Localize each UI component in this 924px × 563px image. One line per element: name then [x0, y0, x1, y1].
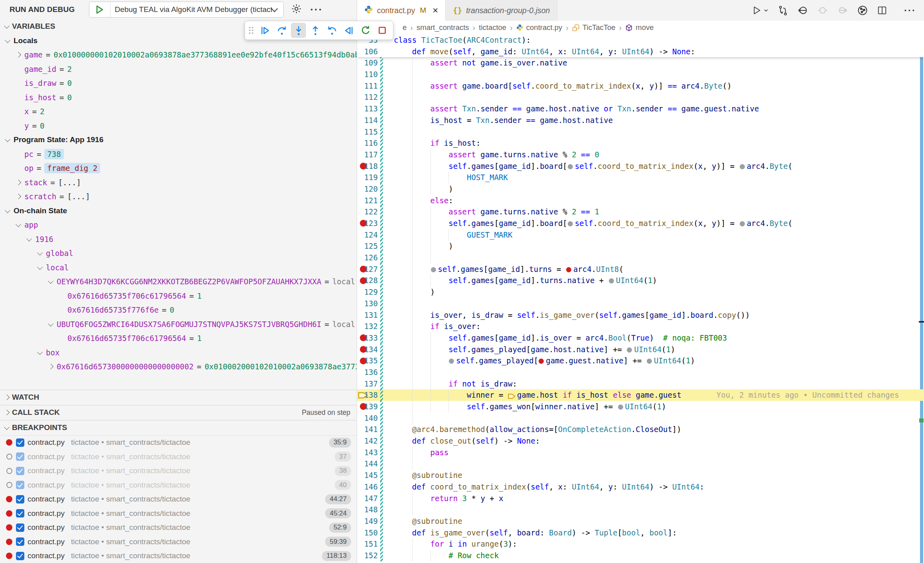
chevron-down-icon[interactable] [48, 278, 53, 284]
inline-breakpoint-red-icon[interactable] [566, 267, 571, 272]
editor-gutter[interactable]: 139 [357, 401, 380, 412]
editor-gutter[interactable]: 133 [357, 332, 380, 344]
variable-row[interactable]: 0x67616d65735f706c61796564=1 [0, 289, 357, 303]
code-text[interactable]: self.games[game_id].turns = arc4.UInt8( [383, 264, 924, 275]
tab-transaction-group-json[interactable]: {} transaction-group-0.json [446, 0, 557, 21]
code-text[interactable]: winner = game.host if is_host else game.… [383, 389, 924, 401]
graph-icon[interactable] [857, 5, 868, 16]
code-text[interactable]: assert game.turns.native % 2 == 0 [383, 149, 924, 161]
editor-gutter[interactable]: 148 [357, 504, 380, 515]
code-text[interactable]: is_over, is_draw = self.is_game_over(sel… [383, 309, 924, 321]
variables-scope-row[interactable]: Program State: App 1916 [0, 133, 357, 147]
code-line[interactable]: 106 def move(self, game_id: UInt64, x: U… [357, 46, 924, 57]
editor-gutter[interactable]: 138 [357, 389, 380, 401]
code-line[interactable]: 130 [357, 298, 924, 309]
code-line[interactable]: 122 assert game.turns.native % 2 == 1 [357, 206, 924, 218]
code-line[interactable]: 131 is_over, is_draw = self.is_game_over… [357, 309, 924, 321]
breakpoint-row[interactable]: contract.pytictactoe • smart_contracts/t… [0, 492, 357, 507]
breadcrumb-item-method[interactable]: move [625, 23, 654, 32]
editor-gutter[interactable]: 131 [357, 309, 380, 321]
code-line[interactable]: 135 self.games_played[game.guest.native]… [357, 355, 924, 367]
code-text[interactable]: assert game.turns.native % 2 == 1 [383, 206, 924, 218]
code-text[interactable]: return 3 * y + x [383, 493, 924, 504]
chevron-down-icon[interactable] [16, 222, 21, 227]
code-line[interactable]: 141 @arc4.baremethod(allow_actions=[OnCo… [357, 424, 924, 435]
variable-row[interactable]: y=0 [0, 119, 357, 133]
editor-gutter[interactable]: 112 [357, 91, 380, 103]
breakpoint-checkbox[interactable] [16, 481, 24, 489]
code-text[interactable]: self.games[game_id].is_over = arc4.Bool(… [383, 332, 924, 344]
editor-gutter[interactable]: 114 [357, 115, 380, 126]
code-line[interactable]: 145 @subroutine [357, 470, 924, 481]
chevron-down-icon[interactable] [37, 264, 43, 270]
editor-gutter[interactable]: 109 [357, 57, 380, 69]
code-text[interactable]: pass [383, 447, 924, 458]
editor-gutter[interactable]: 126 [357, 252, 380, 264]
code-text[interactable] [383, 367, 924, 378]
editor-gutter[interactable]: 151 [357, 538, 380, 550]
inline-breakpoint-gray-icon[interactable] [449, 359, 454, 364]
inline-breakpoint-gray-icon[interactable] [609, 278, 614, 283]
variable-row[interactable]: is_draw=0 [0, 76, 357, 91]
overview-ruler[interactable] [919, 34, 924, 563]
chevron-right-icon[interactable] [16, 52, 21, 57]
gear-icon[interactable] [291, 3, 302, 16]
code-line[interactable]: 116 if is_host: [357, 137, 924, 149]
chevron-down-icon[interactable] [5, 37, 10, 43]
variable-row[interactable]: is_host=0 [0, 90, 357, 105]
code-text[interactable] [383, 69, 924, 80]
chevron-down-icon[interactable] [37, 250, 43, 256]
variable-row[interactable]: 0x67616d65735f706c61796564=1 [0, 331, 357, 346]
breakpoint-row[interactable]: contract.pytictactoe • smart_contracts/t… [0, 436, 357, 450]
code-line[interactable]: 136 [357, 367, 924, 378]
code-text[interactable]: self.games_won[winner.native] += UInt64(… [383, 401, 924, 412]
chevron-right-icon[interactable] [16, 194, 21, 199]
breakpoint-checkbox[interactable] [16, 537, 24, 546]
editor-gutter[interactable]: 127 [357, 264, 380, 275]
variable-row[interactable]: pc=738 [0, 147, 357, 161]
code-line[interactable]: 125 ) [357, 240, 924, 252]
code-text[interactable]: @subroutine [383, 470, 924, 481]
code-text[interactable]: self.games[game_id].turns.native + UInt6… [383, 275, 924, 286]
reverse-continue-button[interactable] [341, 23, 356, 38]
call-stack-section-header[interactable]: CALL STACK Paused on step [0, 405, 357, 420]
code-line[interactable]: 33class TicTacToe(ARC4Contract): [357, 34, 924, 46]
breadcrumb-item-class[interactable]: TicTacToe [572, 23, 616, 32]
breakpoint-checkbox[interactable] [16, 452, 24, 461]
code-line[interactable]: 147 return 3 * y + x [357, 493, 924, 504]
code-text[interactable]: ) [383, 286, 924, 298]
chevron-down-icon[interactable] [5, 137, 10, 142]
code-text[interactable] [383, 298, 924, 309]
code-text[interactable]: assert game.board[self.coord_to_matrix_i… [383, 80, 924, 92]
code-text[interactable]: ) [383, 183, 924, 195]
inline-breakpoint-gray-icon[interactable] [740, 164, 745, 169]
drag-handle[interactable] [249, 27, 253, 34]
code-text[interactable]: if is_host: [383, 137, 924, 149]
variable-row[interactable]: 1916 [0, 232, 357, 246]
code-line[interactable]: 115 [357, 126, 924, 138]
tab-contract-py[interactable]: contract.py M × [357, 0, 446, 21]
more-actions-icon[interactable]: ··· [310, 8, 323, 12]
code-text[interactable]: GUEST_MARK [383, 229, 924, 241]
code-line[interactable]: 113 assert Txn.sender == game.host.nativ… [357, 103, 924, 115]
editor-gutter[interactable]: 113 [357, 103, 380, 115]
editor-gutter[interactable]: 144 [357, 458, 380, 470]
editor-gutter[interactable]: 142 [357, 435, 380, 447]
code-line[interactable]: 149 @subroutine [357, 515, 924, 527]
breakpoint-checkbox[interactable] [16, 552, 24, 560]
editor-gutter[interactable]: 149 [357, 515, 380, 527]
step-over-button[interactable] [274, 23, 289, 38]
chevron-right-icon[interactable] [48, 364, 53, 369]
step-out-button[interactable] [308, 23, 323, 38]
step-into-button[interactable] [291, 23, 306, 38]
inline-breakpoint-gray-icon[interactable] [740, 221, 745, 226]
inline-breakpoint-red-icon[interactable] [539, 359, 544, 364]
code-text[interactable]: is_host = Txn.sender == game.host.native [383, 115, 924, 126]
inline-breakpoint-gray-icon[interactable] [568, 221, 573, 226]
variable-row[interactable]: global [0, 246, 357, 261]
variable-row[interactable]: game=0x010000000102010002a0693878ae37736… [0, 48, 357, 62]
code-text[interactable]: def move(self, game_id: UInt64, x: UInt6… [383, 46, 924, 57]
start-debug-button[interactable] [89, 2, 111, 17]
inline-current-marker-icon[interactable] [508, 390, 515, 401]
code-line[interactable]: 133 self.games[game_id].is_over = arc4.B… [357, 332, 924, 344]
